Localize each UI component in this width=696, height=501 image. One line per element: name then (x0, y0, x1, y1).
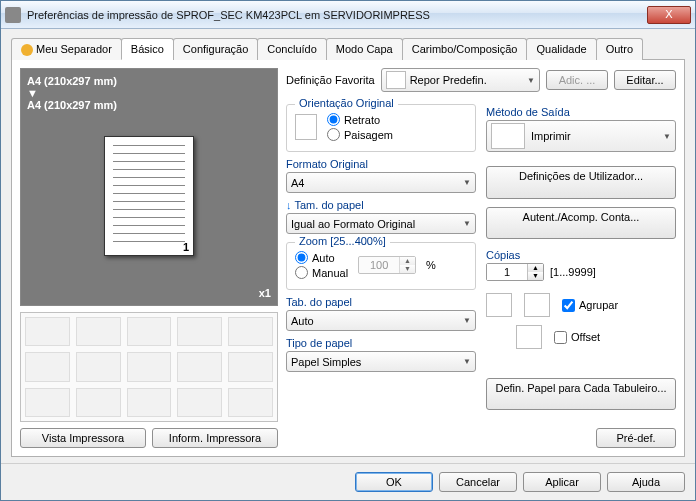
portrait-radio[interactable]: Retrato (327, 113, 393, 126)
printer-info-button[interactable]: Inform. Impressora (152, 428, 278, 448)
paper-type-label: Tipo de papel (286, 337, 476, 349)
chevron-down-icon: ▼ (463, 316, 471, 325)
add-favorite-button: Adic. ... (546, 70, 608, 90)
tab-concluido[interactable]: Concluído (257, 38, 327, 60)
print-icon (491, 123, 525, 149)
copies-range: [1...9999] (550, 266, 596, 278)
per-tray-button[interactable]: Defin. Papel para Cada Tabuleiro... (486, 378, 676, 410)
original-size-label: Formato Original (286, 158, 476, 170)
tray-combo[interactable]: Auto▼ (286, 310, 476, 331)
arrow-down-icon: ▼ (27, 87, 271, 99)
opt-icon[interactable] (76, 388, 121, 417)
tab-basico[interactable]: Básico (121, 38, 174, 60)
tray-label: Tab. do papel (286, 296, 476, 308)
orientation-title: Orientação Original (295, 97, 398, 109)
opt-icon[interactable] (25, 352, 70, 381)
spin-up-icon[interactable]: ▲ (528, 264, 543, 272)
auth-button[interactable]: Autent./Acomp. Conta... (486, 207, 676, 239)
collate-icon (524, 293, 550, 317)
arrow-down-icon: ↓ (286, 199, 292, 211)
opt-icon[interactable] (127, 352, 172, 381)
zoom-group: Zoom [25...400%] Auto Manual ▲▼ % (286, 242, 476, 290)
percent-label: % (426, 259, 436, 271)
edit-favorite-button[interactable]: Editar... (614, 70, 676, 90)
preview-size-from: A4 (210x297 mm) (27, 75, 271, 87)
printer-view-button[interactable]: Vista Impressora (20, 428, 146, 448)
paper-type-combo[interactable]: Papel Simples▼ (286, 351, 476, 372)
spin-down-icon[interactable]: ▼ (528, 272, 543, 280)
zoom-manual-radio[interactable]: Manual (295, 266, 348, 279)
opt-icon[interactable] (177, 352, 222, 381)
tab-outro[interactable]: Outro (596, 38, 644, 60)
landscape-radio[interactable]: Paisagem (327, 128, 393, 141)
opt-icon[interactable] (177, 388, 222, 417)
favorite-label: Definição Favorita (286, 74, 375, 86)
window-title: Preferências de impressão de SPROF_SEC K… (27, 9, 647, 21)
opt-icon[interactable] (228, 317, 273, 346)
opt-icon[interactable] (177, 317, 222, 346)
cancel-button[interactable]: Cancelar (439, 472, 517, 492)
tab-meu-separador[interactable]: Meu Separador (11, 38, 122, 60)
offset-checkbox[interactable]: Offset (554, 331, 600, 344)
printer-icon (5, 7, 21, 23)
opt-icon[interactable] (25, 388, 70, 417)
zoom-spinner[interactable]: ▲▼ (358, 256, 416, 274)
apply-button[interactable]: Aplicar (523, 472, 601, 492)
option-icon-grid (20, 312, 278, 422)
page-preview: A4 (210x297 mm) ▼ A4 (210x297 mm) 1 x1 (20, 68, 278, 306)
orientation-group: Orientação Original Retrato Paisagem (286, 104, 476, 152)
copies-label: Cópias (486, 249, 676, 261)
chevron-down-icon: ▼ (463, 178, 471, 187)
preview-count: x1 (259, 287, 271, 299)
chevron-down-icon: ▼ (463, 357, 471, 366)
tab-qualidade[interactable]: Qualidade (526, 38, 596, 60)
opt-icon[interactable] (76, 317, 121, 346)
tab-strip: Meu Separador Básico Configuração Conclu… (11, 37, 685, 60)
zoom-auto-radio[interactable]: Auto (295, 251, 348, 264)
reset-icon (386, 71, 406, 89)
opt-icon[interactable] (228, 388, 273, 417)
opt-icon[interactable] (127, 388, 172, 417)
page-thumbnail: 1 (104, 136, 194, 256)
offset-icon (516, 325, 542, 349)
user-settings-button[interactable]: Definições de Utilizador... (486, 166, 676, 198)
close-button[interactable]: X (647, 6, 691, 24)
orientation-icon (295, 114, 317, 140)
ok-button[interactable]: OK (355, 472, 433, 492)
tab-modo-capa[interactable]: Modo Capa (326, 38, 403, 60)
spin-up-icon[interactable]: ▲ (400, 257, 415, 265)
output-label: Método de Saída (486, 106, 676, 118)
paper-size-combo[interactable]: Igual ao Formato Original▼ (286, 213, 476, 234)
page-number: 1 (183, 241, 189, 253)
collate-icon (486, 293, 512, 317)
spin-down-icon[interactable]: ▼ (400, 265, 415, 273)
original-size-combo[interactable]: A4▼ (286, 172, 476, 193)
help-button[interactable]: Ajuda (607, 472, 685, 492)
preview-size-to: A4 (210x297 mm) (27, 99, 271, 111)
opt-icon[interactable] (127, 317, 172, 346)
predef-button[interactable]: Pré-def. (596, 428, 676, 448)
collate-checkbox[interactable]: Agrupar (562, 299, 618, 312)
favorite-combo[interactable]: Repor Predefin.▼ (381, 68, 540, 92)
zoom-title: Zoom [25...400%] (295, 235, 390, 247)
chevron-down-icon: ▼ (663, 132, 671, 141)
tab-carimbo[interactable]: Carimbo/Composição (402, 38, 528, 60)
user-icon (21, 44, 33, 56)
tab-configuracao[interactable]: Configuração (173, 38, 258, 60)
opt-icon[interactable] (25, 317, 70, 346)
opt-icon[interactable] (76, 352, 121, 381)
copies-spinner[interactable]: ▲▼ (486, 263, 544, 281)
output-combo[interactable]: Imprimir▼ (486, 120, 676, 152)
paper-size-label: ↓Tam. do papel (286, 199, 476, 211)
chevron-down-icon: ▼ (527, 76, 535, 85)
chevron-down-icon: ▼ (463, 219, 471, 228)
opt-icon[interactable] (228, 352, 273, 381)
